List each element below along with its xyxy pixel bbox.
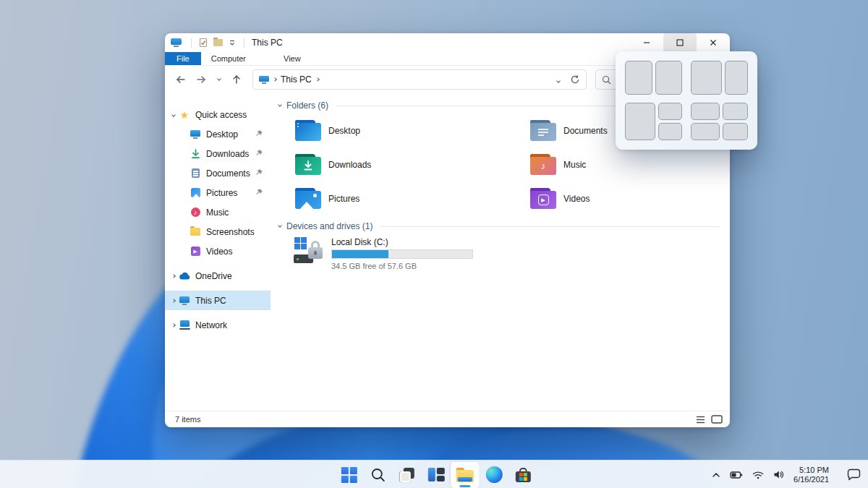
properties-button[interactable] bbox=[196, 35, 210, 50]
computer-icon bbox=[179, 296, 190, 305]
volume-button[interactable] bbox=[773, 470, 784, 479]
snap-zone bbox=[658, 103, 682, 120]
taskbar-search-button[interactable] bbox=[364, 462, 393, 488]
local-disk-bitlocker-icon bbox=[294, 237, 326, 265]
widgets-button[interactable] bbox=[422, 462, 451, 488]
section-rule bbox=[380, 226, 720, 227]
sidebar-item-quick-access[interactable]: ★ Quick access bbox=[165, 105, 271, 124]
battery-icon bbox=[730, 471, 743, 479]
tray-date: 6/16/2021 bbox=[793, 475, 829, 484]
snap-layout-two-columns-equal[interactable] bbox=[625, 61, 682, 95]
close-icon bbox=[709, 38, 718, 47]
titlebar[interactable]: This PC bbox=[165, 33, 730, 52]
snap-layouts-flyout bbox=[616, 51, 757, 150]
sidebar-item-this-pc[interactable]: This PC bbox=[165, 291, 271, 310]
details-view-button[interactable] bbox=[696, 416, 705, 424]
clock[interactable]: 5:10 PM 6/16/2021 bbox=[793, 466, 829, 484]
battery-button[interactable] bbox=[730, 471, 743, 479]
folder-item-downloads[interactable]: Downloads bbox=[295, 147, 530, 181]
breadcrumb-this-pc[interactable]: This PC bbox=[281, 74, 312, 85]
onedrive-icon bbox=[179, 272, 190, 280]
sidebar-item-videos[interactable]: ▶ Videos bbox=[165, 241, 271, 261]
pictures-icon bbox=[191, 188, 200, 197]
chevron-right-icon[interactable] bbox=[171, 299, 176, 303]
large-thumbnails-view-icon bbox=[711, 415, 723, 424]
back-button[interactable] bbox=[172, 70, 190, 89]
folder-item-label: Desktop bbox=[328, 126, 360, 136]
previous-locations-button[interactable] bbox=[557, 74, 560, 85]
computer-icon bbox=[171, 38, 182, 47]
volume-icon bbox=[773, 470, 784, 479]
chevron-right-icon[interactable] bbox=[171, 323, 176, 328]
snap-zone bbox=[691, 103, 720, 120]
customize-quick-access-toolbar-button[interactable] bbox=[225, 35, 239, 50]
address-bar[interactable]: This PC bbox=[252, 69, 587, 90]
folder-item-label: Pictures bbox=[328, 194, 359, 204]
desktop-icon bbox=[190, 130, 200, 139]
star-icon: ★ bbox=[180, 110, 190, 120]
music-icon: ♪ bbox=[191, 207, 200, 217]
sidebar-item-screenshots[interactable]: Screenshots bbox=[165, 222, 271, 241]
close-button[interactable] bbox=[697, 33, 730, 52]
widgets-icon bbox=[427, 468, 444, 481]
folder-pictures-icon bbox=[295, 188, 321, 209]
properties-icon bbox=[198, 38, 208, 48]
up-button[interactable] bbox=[228, 70, 245, 89]
drive-name: Local Disk (C:) bbox=[331, 237, 473, 247]
sidebar-item-desktop[interactable]: Desktop bbox=[165, 124, 271, 144]
recent-locations-button[interactable] bbox=[213, 70, 225, 89]
drive-item-local-disk-c[interactable]: Local Disk (C:) 34.5 GB free of 57.6 GB bbox=[294, 237, 730, 270]
tab-file[interactable]: File bbox=[165, 52, 201, 65]
start-button[interactable] bbox=[335, 462, 364, 488]
folder-item-music[interactable]: ♪ Music bbox=[530, 147, 730, 181]
folder-item-label: Videos bbox=[563, 194, 590, 204]
snap-layout-quad-grid[interactable] bbox=[691, 103, 748, 141]
edge-icon bbox=[485, 466, 502, 483]
maximize-button[interactable] bbox=[663, 33, 697, 52]
hidden-icons-button[interactable] bbox=[712, 472, 720, 478]
chevron-right-icon[interactable] bbox=[171, 274, 176, 278]
sidebar-item-network[interactable]: Network bbox=[165, 315, 271, 335]
section-title: Devices and drives (1) bbox=[286, 221, 373, 231]
tab-view[interactable]: View bbox=[273, 52, 311, 65]
forward-button[interactable] bbox=[192, 70, 210, 89]
task-view-button[interactable] bbox=[393, 462, 422, 488]
wifi-button[interactable] bbox=[752, 471, 764, 479]
folder-item-videos[interactable]: ▶ Videos bbox=[530, 181, 730, 215]
maximize-icon bbox=[676, 38, 684, 47]
file-explorer-button[interactable] bbox=[451, 462, 480, 488]
pin-icon bbox=[255, 168, 263, 176]
sidebar-item-music[interactable]: ♪ Music bbox=[165, 202, 271, 222]
minimize-button[interactable] bbox=[630, 33, 663, 52]
snap-zone bbox=[658, 123, 682, 140]
new-folder-icon bbox=[213, 39, 223, 46]
taskbar-center-buttons bbox=[335, 461, 537, 488]
large-thumbnails-view-button[interactable] bbox=[711, 415, 723, 424]
snap-zone bbox=[625, 61, 652, 95]
taskbar: 5:10 PM 6/16/2021 bbox=[0, 460, 868, 488]
snap-layout-left-full-right-stacked[interactable] bbox=[625, 103, 682, 141]
new-folder-button[interactable] bbox=[210, 35, 225, 50]
folder-item-desktop[interactable]: Desktop bbox=[295, 114, 530, 147]
refresh-button[interactable] bbox=[570, 74, 580, 85]
tray-time: 5:10 PM bbox=[793, 466, 829, 475]
chat-bubble-icon bbox=[847, 468, 861, 481]
chevron-down-icon bbox=[556, 79, 561, 83]
edge-button[interactable] bbox=[480, 462, 509, 488]
sidebar-item-downloads[interactable]: Downloads bbox=[165, 144, 271, 163]
notifications-button[interactable] bbox=[847, 468, 861, 481]
sidebar-item-onedrive[interactable]: OneDrive bbox=[165, 266, 271, 286]
snap-layout-two-columns-wide-left[interactable] bbox=[691, 61, 748, 95]
refresh-icon bbox=[570, 74, 580, 85]
divider bbox=[191, 38, 192, 48]
folder-downloads-icon bbox=[295, 154, 321, 175]
snap-zone bbox=[723, 103, 748, 120]
sidebar-item-pictures[interactable]: Pictures bbox=[165, 183, 271, 202]
folder-item-pictures[interactable]: Pictures bbox=[295, 181, 530, 215]
sidebar-item-documents[interactable]: Documents bbox=[165, 163, 271, 183]
windows-start-icon bbox=[341, 467, 357, 483]
section-header-devices[interactable]: Devices and drives (1) bbox=[278, 221, 720, 231]
tab-computer[interactable]: Computer bbox=[201, 52, 256, 65]
chevron-down-icon[interactable] bbox=[171, 113, 176, 117]
microsoft-store-button[interactable] bbox=[509, 462, 537, 488]
